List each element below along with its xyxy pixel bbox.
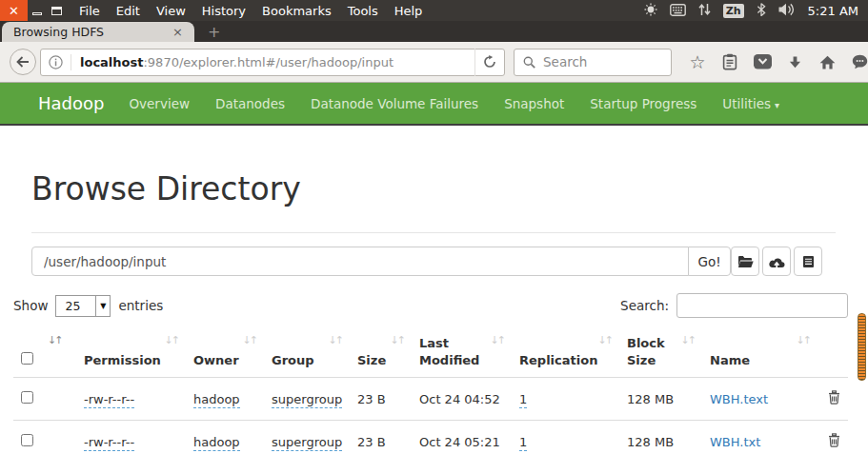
sort-icon[interactable]: ↓↑ [48, 334, 61, 348]
volume-icon[interactable] [778, 2, 796, 20]
table-search-input[interactable] [676, 293, 848, 318]
home-button[interactable] [811, 55, 843, 69]
reload-button[interactable] [474, 49, 504, 76]
header-owner[interactable]: ↓↑Owner [186, 331, 264, 378]
menu-history[interactable]: History [202, 4, 246, 18]
menu-edit[interactable]: Edit [116, 4, 140, 18]
nav-startup-progress[interactable]: Startup Progress [590, 96, 696, 111]
directory-path-input[interactable] [31, 247, 689, 276]
delete-file-button[interactable] [828, 393, 840, 407]
bluetooth-icon[interactable] [757, 2, 766, 20]
header-select-all[interactable]: ↓↑ [13, 331, 76, 378]
reload-icon [483, 55, 496, 69]
size-value: 23 B [357, 392, 386, 406]
menu-view[interactable]: View [156, 4, 186, 18]
replication-value[interactable]: 1 [519, 435, 527, 451]
browser-search-box[interactable]: Search [514, 49, 672, 76]
menu-file[interactable]: File [79, 4, 100, 18]
new-tab-button[interactable]: + [208, 25, 220, 40]
utilities-label: Utilities [722, 96, 771, 111]
header-label: Last Modified [419, 336, 479, 367]
header-last-modified[interactable]: ↓↑Last Modified [412, 331, 512, 378]
site-info-button[interactable] [41, 54, 71, 70]
block-size-value: 128 MB [627, 435, 674, 449]
file-link[interactable]: WBH.txt [710, 435, 760, 449]
page-title: Browse Directory [31, 170, 836, 207]
permission-value[interactable]: -rw-r--r-- [84, 392, 134, 408]
header-group[interactable]: ↓↑Group [264, 331, 350, 378]
header-block-size[interactable]: ↓↑Block Size [619, 331, 702, 378]
upload-files-button[interactable] [762, 247, 791, 276]
url-host: localhost [80, 55, 143, 69]
menu-bookmarks[interactable]: Bookmarks [262, 4, 332, 18]
owner-value[interactable]: hadoop [193, 392, 240, 408]
owner-value[interactable]: hadoop [193, 435, 240, 451]
weather-icon[interactable] [642, 2, 657, 20]
nav-overview[interactable]: Overview [129, 96, 190, 111]
paste-list-button[interactable] [794, 247, 822, 276]
downloads-button[interactable] [778, 56, 811, 69]
row-checkbox[interactable] [21, 434, 33, 446]
download-icon [789, 56, 801, 69]
page-scrollbar-thumb[interactable] [858, 313, 866, 381]
table-row: -rw-r--r-- hadoop supergroup 23 B Oct 24… [13, 421, 848, 454]
sort-icon[interactable]: ↓↑ [243, 334, 256, 348]
nav-datanode-volume-failures[interactable]: Datanode Volume Failures [311, 96, 478, 111]
row-checkbox[interactable] [21, 391, 33, 404]
input-method-badge[interactable]: Zh [723, 4, 744, 18]
url-bar[interactable]: localhost:9870/explorer.html#/user/hadoo… [40, 49, 505, 76]
tab-close-icon[interactable]: × [172, 26, 183, 38]
window-close-button[interactable]: ✕ [0, 0, 28, 21]
menu-tools[interactable]: Tools [348, 4, 378, 18]
clipboard-icon [722, 53, 737, 70]
nav-datanodes[interactable]: Datanodes [215, 96, 285, 111]
bookmarks-menu-button[interactable] [714, 53, 746, 70]
group-value[interactable]: supergroup [272, 392, 342, 408]
replication-value[interactable]: 1 [519, 392, 527, 408]
sort-icon[interactable]: ↓↑ [165, 334, 178, 348]
pocket-button[interactable] [746, 54, 778, 69]
show-label: Show [13, 298, 48, 313]
bookmark-star-button[interactable]: ☆ [681, 53, 714, 71]
group-value[interactable]: supergroup [272, 435, 342, 451]
sort-icon[interactable]: ↓↑ [598, 334, 612, 348]
search-icon [523, 56, 535, 69]
keyboard-icon[interactable] [670, 2, 686, 20]
delete-file-button[interactable] [828, 436, 840, 450]
create-directory-button[interactable] [731, 247, 759, 276]
browser-tab[interactable]: Browsing HDFS × [2, 22, 194, 42]
header-size[interactable]: ↓↑Size [350, 331, 412, 378]
header-actions [818, 331, 848, 378]
sort-icon[interactable]: ↓↑ [491, 334, 504, 348]
sort-icon[interactable]: ↓↑ [329, 334, 342, 348]
header-replication[interactable]: ↓↑Replication [512, 331, 619, 378]
sort-icon[interactable]: ↓↑ [797, 334, 810, 348]
table-search: Search: [620, 293, 848, 318]
upload-icon [769, 255, 785, 268]
trash-icon [828, 433, 840, 447]
page-size-select[interactable]: 25 ▼ [55, 295, 111, 317]
nav-snapshot[interactable]: Snapshot [504, 96, 564, 111]
url-text[interactable]: localhost:9870/explorer.html#/user/hadoo… [80, 55, 394, 69]
table-search-label: Search: [620, 298, 669, 313]
block-size-value: 128 MB [627, 392, 674, 406]
nav-utilities-dropdown[interactable]: Utilities▾ [722, 96, 779, 111]
header-permission[interactable]: ↓↑Permission [76, 331, 186, 378]
sort-icon[interactable]: ↓↑ [681, 334, 695, 348]
file-link[interactable]: WBH.text [710, 392, 768, 406]
sort-icon[interactable]: ↓↑ [391, 334, 404, 348]
network-arrows-icon[interactable] [698, 2, 711, 20]
menu-help[interactable]: Help [394, 4, 423, 18]
messenger-button[interactable] [843, 54, 868, 69]
table-header-row: ↓↑ ↓↑Permission ↓↑Owner ↓↑Group ↓↑Size ↓… [13, 331, 848, 378]
maximize-icon [51, 7, 62, 15]
go-button[interactable]: Go! [688, 247, 731, 276]
page-size-value: 25 [56, 296, 95, 316]
header-name[interactable]: ↓↑Name [702, 331, 818, 378]
navbar-brand[interactable]: Hadoop [38, 93, 104, 113]
select-all-checkbox[interactable] [21, 352, 33, 365]
permission-value[interactable]: -rw-r--r-- [84, 435, 134, 451]
window-maximize-button[interactable] [47, 0, 66, 21]
window-minimize-button[interactable] [28, 0, 47, 21]
back-button[interactable] [10, 49, 36, 75]
